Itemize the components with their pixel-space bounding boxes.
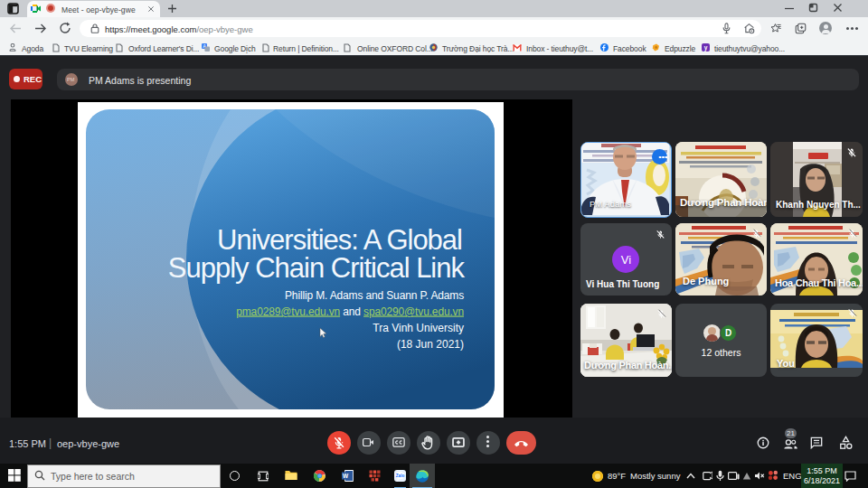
svg-text:W: W xyxy=(343,473,349,479)
svg-text:Zalo: Zalo xyxy=(396,474,405,478)
